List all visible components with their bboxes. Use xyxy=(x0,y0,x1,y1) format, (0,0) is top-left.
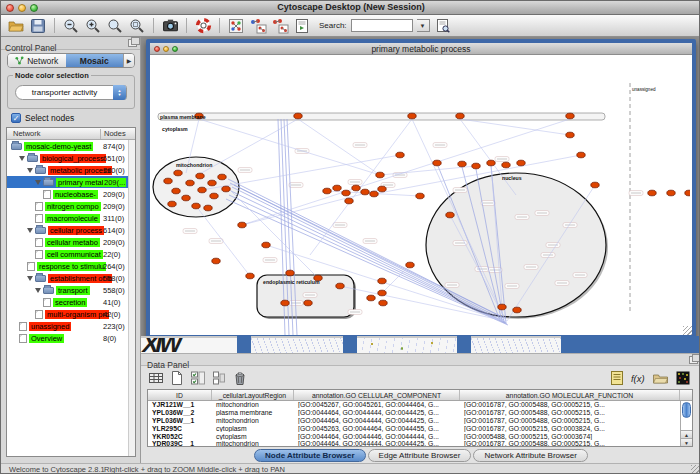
tab-network-attribute-browser[interactable]: Network Attribute Browser xyxy=(473,449,587,462)
network-node[interactable] xyxy=(262,242,270,248)
network-node[interactable] xyxy=(281,300,289,306)
column-header[interactable]: _cellularLayoutRegion xyxy=(212,390,294,400)
network-window-titlebar[interactable]: primary metabolic process xyxy=(150,43,692,55)
network-node[interactable] xyxy=(361,189,369,195)
table-row[interactable]: YDR039C__1mitochondrion[GO:0044464, GO:0… xyxy=(148,440,680,446)
tree-row-metabolic-process[interactable]: metabolic process280(0) xyxy=(7,164,128,176)
network-node[interactable] xyxy=(345,198,353,204)
tree-row-biological-process[interactable]: biological_process651(0) xyxy=(7,152,128,164)
node-color-attribute-select[interactable]: transporter activity ▲▼ xyxy=(15,85,127,100)
tree-row-overview[interactable]: Overview8(0) xyxy=(7,332,128,344)
zoom-out-icon[interactable] xyxy=(62,17,80,35)
table-scrollbar[interactable]: ▲ ▼ xyxy=(680,401,692,446)
network-node[interactable] xyxy=(222,186,230,192)
zoom-selected-icon[interactable] xyxy=(128,17,146,35)
search-advanced-icon[interactable] xyxy=(434,17,452,35)
column-header[interactable]: annotation.GO CELLULAR_COMPONENT xyxy=(294,390,460,400)
network-node[interactable] xyxy=(204,205,212,211)
help-icon[interactable] xyxy=(194,17,212,35)
network-node[interactable] xyxy=(513,307,521,313)
background-window-fragment[interactable] xyxy=(357,336,457,353)
network-node[interactable] xyxy=(502,162,510,168)
network-node[interactable] xyxy=(378,186,386,192)
network-node[interactable] xyxy=(472,163,480,169)
network-node[interactable] xyxy=(416,193,424,199)
network-node[interactable] xyxy=(406,262,414,268)
import-attributes-icon[interactable] xyxy=(652,369,669,386)
network-node[interactable] xyxy=(304,300,312,306)
set-attribute-icon[interactable] xyxy=(210,369,227,386)
network-node[interactable] xyxy=(370,191,378,197)
network-node[interactable] xyxy=(186,180,194,186)
expander-icon[interactable] xyxy=(27,168,33,173)
network-node[interactable] xyxy=(378,278,386,284)
tab-edge-attribute-browser[interactable]: Edge Attribute Browser xyxy=(368,449,472,462)
tree-row-nitrogen-compo[interactable]: nitrogen compo209(0) xyxy=(7,200,128,212)
float-panel-icon[interactable] xyxy=(128,39,137,47)
tree-scrollbar[interactable] xyxy=(128,140,135,456)
scroll-down-button[interactable]: ▼ xyxy=(681,438,692,446)
save-session-icon[interactable] xyxy=(29,17,47,35)
expander-icon[interactable] xyxy=(35,180,41,185)
float-panel-icon[interactable] xyxy=(689,356,698,364)
network-node[interactable] xyxy=(498,304,506,310)
tab-network[interactable]: Network xyxy=(8,54,66,67)
network-node[interactable] xyxy=(433,160,441,166)
network-node[interactable] xyxy=(458,161,466,167)
network-node[interactable] xyxy=(591,182,599,188)
delete-attribute-icon[interactable] xyxy=(189,369,206,386)
tree-row-transport[interactable]: transport558(0) xyxy=(7,284,128,296)
network-node[interactable] xyxy=(408,113,416,119)
scroll-up-button[interactable]: ▲ xyxy=(681,430,692,438)
network-node[interactable] xyxy=(174,170,182,176)
tree-row-mosaic-demo-yeast[interactable]: mosaic-demo-yeast874(0) xyxy=(7,140,128,152)
tree-row-response-to-stimulu[interactable]: response to stimulu264(0) xyxy=(7,260,128,272)
network-node[interactable] xyxy=(192,203,200,209)
open-session-icon[interactable] xyxy=(7,17,25,35)
network-node[interactable] xyxy=(172,188,180,194)
function-builder-icon[interactable]: f(x) xyxy=(630,369,647,386)
tree-row-multi-organism-pro[interactable]: multi-organism pro42(0) xyxy=(7,308,128,320)
tab-node-attribute-browser[interactable]: Node Attribute Browser xyxy=(254,449,366,462)
expander-icon[interactable] xyxy=(19,156,25,161)
tree-row-establishment-of-lo[interactable]: establishment of lo558(0) xyxy=(7,272,128,284)
network-node[interactable] xyxy=(566,113,574,119)
network-node[interactable] xyxy=(336,283,344,289)
network-node[interactable] xyxy=(286,270,294,276)
tab-overflow-arrow[interactable]: ▶ xyxy=(123,54,134,67)
network-node[interactable] xyxy=(238,222,246,228)
annotation-icon[interactable] xyxy=(608,369,625,386)
tree-row-cell-communicat[interactable]: cell communicat22(0) xyxy=(7,248,128,260)
table-row[interactable]: YKR052Ccytoplasm[GO:0044464, GO:0044446,… xyxy=(148,432,680,440)
tree-row-nucleobase-[interactable]: nucleobase-209(0) xyxy=(7,188,128,200)
network-canvas[interactable]: plasma membranecytoplasmmitochondrionnuc… xyxy=(150,55,690,335)
network-node[interactable] xyxy=(323,188,331,194)
network-node[interactable] xyxy=(577,152,585,158)
tree-row-unassigned[interactable]: unassigned223(0) xyxy=(7,320,128,332)
network-node[interactable] xyxy=(378,290,386,296)
zoom-in-icon[interactable] xyxy=(84,17,102,35)
network-node[interactable] xyxy=(376,172,384,178)
network-node[interactable] xyxy=(218,174,226,180)
destroy-network-view-icon[interactable] xyxy=(271,17,289,35)
expander-icon[interactable] xyxy=(27,276,33,281)
network-node[interactable] xyxy=(168,201,176,207)
network-node[interactable] xyxy=(648,190,656,196)
network-node[interactable] xyxy=(685,190,690,196)
column-header[interactable]: ID xyxy=(148,390,212,400)
table-row[interactable]: YPL036W__2plasma membrane[GO:0044464, GO… xyxy=(148,409,680,417)
network-node[interactable] xyxy=(210,193,218,199)
background-window-fragment[interactable] xyxy=(471,336,561,353)
network-window-resize-grip[interactable] xyxy=(683,326,692,335)
search-input[interactable] xyxy=(351,19,413,32)
network-node[interactable] xyxy=(333,185,341,191)
network-node[interactable] xyxy=(182,195,190,201)
network-node[interactable] xyxy=(342,190,350,196)
network-node[interactable] xyxy=(446,212,454,218)
network-node[interactable] xyxy=(667,190,675,196)
network-node[interactable] xyxy=(294,113,302,119)
network-node[interactable] xyxy=(396,152,404,158)
network-node[interactable] xyxy=(566,132,574,138)
table-row[interactable]: YLR295Ccytoplasm[GO:0045263, GO:0044464,… xyxy=(148,424,680,432)
create-network-view-icon[interactable] xyxy=(227,17,245,35)
